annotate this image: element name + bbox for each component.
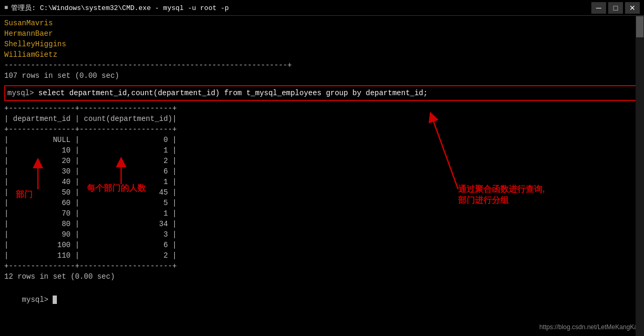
table-row-100: | 100 | 6 | — [4, 240, 640, 250]
cursor-blink — [53, 296, 57, 304]
title-bar-controls: ─ □ ✕ — [591, 2, 640, 14]
rows-result-1: 107 rows in set (0.00 sec) — [0, 70, 644, 81]
table-row-20: | 20 | 2 | — [4, 156, 640, 166]
table-row-80: | 80 | 34 | — [4, 219, 640, 229]
sql-command-text: select department_id,count(department_id… — [38, 89, 428, 97]
table-row-null: | NULL | 0 | — [4, 135, 640, 145]
terminal-line-3: ShelleyHiggins — [0, 39, 644, 49]
table-row-30: | 30 | 6 | — [4, 166, 640, 177]
close-button[interactable]: ✕ — [625, 2, 640, 14]
title-bar-left: ■ 管理员: C:\Windows\system32\CMD.exe - mys… — [4, 3, 229, 13]
table-section: +---------------+---------------------+ … — [4, 103, 640, 271]
minimize-button[interactable]: ─ — [591, 2, 606, 14]
sql-prompt: mysql> — [7, 89, 38, 97]
final-prompt: mysql> — [0, 284, 644, 315]
title-bar: ■ 管理员: C:\Windows\system32\CMD.exe - mys… — [0, 0, 644, 16]
table-row-70: | 70 | 1 | — [4, 208, 640, 219]
table-row-40: | 40 | 1 | — [4, 177, 640, 187]
scrollbar[interactable] — [636, 16, 644, 336]
watermark: https://blog.csdn.net/LetMeKangKar — [539, 323, 640, 331]
table-sep-top: +---------------+---------------------+ — [4, 103, 640, 114]
table-row-60: | 60 | 5 | — [4, 198, 640, 208]
maximize-button[interactable]: □ — [608, 2, 623, 14]
sql-command-box: mysql> select department_id,count(depart… — [4, 85, 640, 101]
table-header: | department_id | count(department_id)| — [4, 114, 640, 124]
table-row-110: | 110 | 2 | — [4, 250, 640, 261]
terminal: SusanMavris HermannBaer ShelleyHiggins W… — [0, 16, 644, 336]
terminal-line-4: WilliamGietz — [0, 49, 644, 60]
table-sep-bottom: +---------------+---------------------+ — [4, 261, 640, 271]
terminal-line-1: SusanMavris — [0, 18, 644, 28]
scrollbar-thumb[interactable] — [636, 16, 643, 37]
rows-result-2: 12 rows in set (0.00 sec) — [0, 271, 644, 282]
table-row-50: | 50 | 45 | — [4, 187, 640, 198]
table-row-10: | 10 | 1 | — [4, 145, 640, 156]
terminal-line-2: HermannBaer — [0, 28, 644, 39]
table-row-90: | 90 | 3 | — [4, 229, 640, 240]
separator-top: ----------------------------------------… — [0, 60, 644, 70]
window-title: 管理员: C:\Windows\system32\CMD.exe - mysql… — [11, 3, 229, 13]
prompt-text: mysql> — [22, 296, 53, 304]
table-sep-mid: +---------------+---------------------+ — [4, 124, 640, 135]
cmd-icon: ■ — [4, 4, 8, 12]
